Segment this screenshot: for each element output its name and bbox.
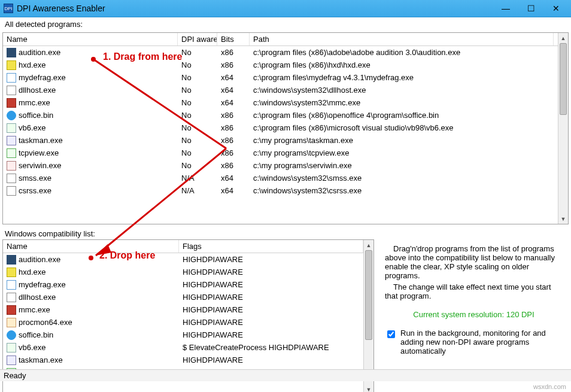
table-row[interactable]: soffice.binHIGHDPIAWARE — [3, 329, 363, 341]
table-row[interactable]: audition.exeNox86c:\program files (x86)\… — [3, 46, 558, 59]
bottom-panel-label: Windows compatibility list: — [0, 227, 571, 239]
cell-bits: x86 — [217, 111, 250, 120]
file-icon — [7, 318, 16, 327]
table-row[interactable]: mydefrag.exeNox64c:\program files\mydefr… — [3, 71, 558, 84]
table-row[interactable]: hxd.exeNox86c:\program files (x86)\hxd\h… — [3, 59, 558, 71]
table-row[interactable]: mmc.exeHIGHDPIAWARE — [3, 303, 363, 316]
cell-name: hxd.exe — [19, 60, 46, 69]
table-row[interactable]: taskman.exeNox86c:\my programs\taskman.e… — [3, 134, 558, 147]
cell-name: smss.exe — [19, 174, 51, 183]
file-icon — [7, 60, 16, 70]
table-row[interactable]: soffice.binNox86c:\program files (x86)\o… — [3, 109, 558, 121]
cell-bits: x64 — [217, 186, 250, 195]
file-icon — [7, 293, 16, 302]
cell-name: vb6.exe — [19, 123, 46, 132]
cell-name: tcpview.exe — [19, 148, 59, 157]
cell-path: c:\windows\system32\smss.exe — [250, 174, 554, 183]
cell-bits: x86 — [217, 123, 250, 132]
file-icon — [7, 98, 16, 108]
bottom-header-row[interactable]: Name Flags — [3, 240, 363, 253]
col-header-path[interactable]: Path — [250, 33, 554, 45]
file-icon — [7, 123, 16, 133]
cell-name: mydefrag.exe — [19, 73, 66, 82]
file-icon — [7, 148, 16, 158]
scroll-thumb[interactable] — [560, 43, 567, 115]
table-row[interactable]: csrss.exeN/Ax64c:\windows\system32\csrss… — [3, 184, 558, 197]
file-icon — [7, 255, 16, 265]
file-icon — [7, 305, 16, 315]
detected-programs-list[interactable]: Name DPI aware Bits Path audition.exeNox… — [2, 32, 569, 224]
cell-name: soffice.bin — [19, 111, 53, 120]
cell-dpi: No — [178, 136, 217, 145]
table-row[interactable]: procmon64.exeHIGHDPIAWARE — [3, 316, 363, 329]
cell-name: vb6.exe — [19, 343, 46, 352]
table-row[interactable]: mmc.exeNox64c:\windows\system32\mmc.exe — [3, 96, 558, 109]
cell-path: c:\my programs\serviwin.exe — [250, 161, 554, 170]
cell-flags: HIGHDPIAWARE — [179, 318, 363, 327]
col-header-name[interactable]: Name — [3, 33, 178, 45]
scroll-down-button[interactable]: ▼ — [364, 384, 373, 392]
cell-dpi: No — [178, 73, 217, 82]
cell-name: audition.exe — [19, 255, 60, 264]
scroll-thumb[interactable] — [365, 250, 372, 340]
cell-dpi: N/A — [178, 186, 217, 195]
background-monitor-label: Run in the background, monitoring for an… — [400, 329, 563, 355]
scroll-up-button[interactable]: ▲ — [364, 240, 373, 250]
cell-dpi: No — [178, 86, 217, 95]
table-row[interactable]: vb6.exeNox86c:\program files (x86)\micro… — [3, 121, 558, 134]
maximize-button[interactable]: ☐ — [518, 2, 543, 15]
scroll-up-button[interactable]: ▲ — [558, 33, 568, 43]
table-row[interactable]: audition.exeHIGHDPIAWARE — [3, 253, 363, 266]
table-row[interactable]: serviwin.exeNox86c:\my programs\serviwin… — [3, 159, 558, 172]
top-header-row[interactable]: Name DPI aware Bits Path — [3, 33, 558, 46]
cell-flags: HIGHDPIAWARE — [179, 355, 363, 364]
cell-flags: HIGHDPIAWARE — [179, 305, 363, 314]
cell-path: c:\my programs\tcpview.exe — [250, 148, 554, 157]
file-icon — [7, 161, 16, 171]
col-header-bits[interactable]: Bits — [217, 33, 250, 45]
col-header-dpi[interactable]: DPI aware — [178, 33, 217, 45]
cell-dpi: No — [178, 98, 217, 107]
cell-bits: x64 — [217, 98, 250, 107]
background-monitor-checkbox[interactable] — [387, 330, 395, 338]
cell-name: taskman.exe — [19, 355, 63, 364]
col-header-name[interactable]: Name — [3, 240, 179, 253]
scroll-down-button[interactable]: ▼ — [558, 214, 568, 224]
cell-name: serviwin.exe — [19, 161, 62, 170]
cell-name: audition.exe — [19, 48, 60, 57]
cell-path: c:\program files (x86)\microsoft visual … — [250, 123, 554, 132]
cell-bits: x64 — [217, 73, 250, 82]
cell-dpi: No — [178, 123, 217, 132]
cell-bits: x86 — [217, 136, 250, 145]
system-resolution-label: Current system resolution: 120 DPI — [385, 310, 563, 319]
cell-path: c:\windows\system32\dllhost.exe — [250, 86, 554, 95]
table-row[interactable]: hxd.exeHIGHDPIAWARE — [3, 266, 363, 278]
cell-path: c:\program files (x86)\hxd\hxd.exe — [250, 60, 554, 69]
cell-dpi: No — [178, 148, 217, 157]
top-scrollbar[interactable]: ▲ ▼ — [558, 33, 568, 224]
cell-dpi: N/A — [178, 174, 217, 183]
cell-name: csrss.exe — [19, 186, 51, 195]
table-row[interactable]: smss.exeN/Ax64c:\windows\system32\smss.e… — [3, 172, 558, 184]
file-icon — [7, 174, 16, 183]
minimize-button[interactable]: — — [493, 2, 518, 15]
table-row[interactable]: vb6.exe$ ElevateCreateProcess HIGHDPIAWA… — [3, 341, 363, 354]
file-icon — [7, 86, 16, 95]
col-header-flags[interactable]: Flags — [179, 240, 363, 253]
table-row[interactable]: mydefrag.exeHIGHDPIAWARE — [3, 278, 363, 291]
table-row[interactable]: dllhost.exeHIGHDPIAWARE — [3, 291, 363, 303]
cell-name: mmc.exe — [19, 98, 50, 107]
status-text: Ready — [4, 371, 26, 380]
cell-dpi: No — [178, 161, 217, 170]
cell-dpi: No — [178, 60, 217, 69]
titlebar[interactable]: DPI DPI Awareness Enabler — ☐ ✕ — [0, 0, 571, 17]
cell-name: hxd.exe — [19, 268, 46, 276]
table-row[interactable]: tcpview.exeNox86c:\my programs\tcpview.e… — [3, 147, 558, 159]
watermark: wsxdn.com — [533, 383, 566, 390]
cell-bits: x86 — [217, 148, 250, 157]
cell-path: c:\program files (x86)\adobe\adobe audit… — [250, 48, 554, 57]
table-row[interactable]: taskman.exeHIGHDPIAWARE — [3, 354, 363, 366]
close-button[interactable]: ✕ — [543, 2, 569, 15]
table-row[interactable]: dllhost.exeNox64c:\windows\system32\dllh… — [3, 84, 558, 96]
cell-path: c:\windows\system32\mmc.exe — [250, 98, 554, 107]
